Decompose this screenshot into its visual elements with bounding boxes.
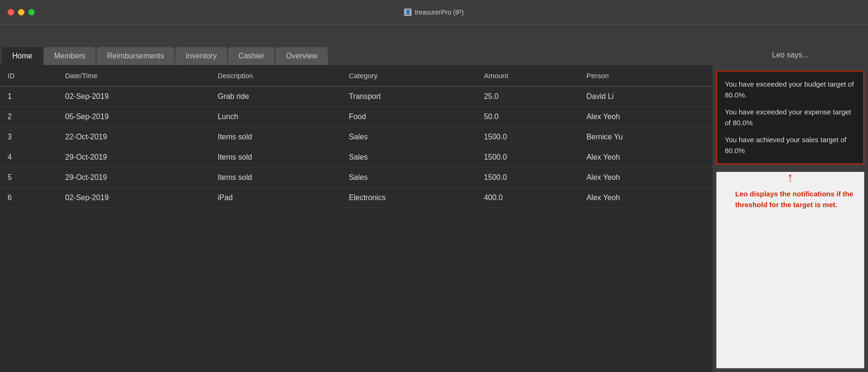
- left-panel: Home Members Reimbursements Inventory Ca…: [0, 43, 713, 372]
- cell-amount: 50.0: [476, 107, 579, 127]
- cell-datetime: 29-Oct-2019: [57, 147, 210, 168]
- cell-id: 6: [0, 188, 57, 208]
- maximize-button[interactable]: [28, 9, 35, 16]
- cell-description: iPad: [210, 188, 341, 208]
- cell-description: Items sold: [210, 127, 341, 147]
- cell-id: 4: [0, 147, 57, 168]
- annotation-text: Leo displays the notifications if the th…: [735, 189, 857, 210]
- cell-amount: 25.0: [476, 87, 579, 107]
- cell-category: Sales: [341, 168, 477, 188]
- window-controls: [8, 9, 35, 16]
- annotation-arrow-icon: ↑: [787, 171, 794, 184]
- cell-category: Transport: [341, 87, 477, 107]
- notification-2: You have exceeded your expense target of…: [725, 107, 856, 128]
- title-bar: 👤 treasurerPro (tP): [0, 0, 868, 24]
- cell-id: 2: [0, 107, 57, 127]
- table-row[interactable]: 3 22-Oct-2019 Items sold Sales 1500.0 Be…: [0, 127, 713, 147]
- tab-reimbursements[interactable]: Reimbursements: [97, 47, 174, 65]
- cell-category: Electronics: [341, 188, 477, 208]
- col-header-category: Category: [341, 65, 477, 87]
- cell-datetime: 22-Oct-2019: [57, 127, 210, 147]
- cell-person: Alex Yeoh: [579, 107, 713, 127]
- col-header-amount: Amount: [476, 65, 579, 87]
- cell-id: 5: [0, 168, 57, 188]
- cell-category: Sales: [341, 127, 477, 147]
- cell-description: Lunch: [210, 107, 341, 127]
- col-header-datetime: Date/Time: [57, 65, 210, 87]
- cell-datetime: 02-Sep-2019: [57, 188, 210, 208]
- minimize-button[interactable]: [18, 9, 24, 16]
- cell-amount: 1500.0: [476, 147, 579, 168]
- transactions-table-container: ID Date/Time Description Category Amount…: [0, 65, 713, 372]
- cell-amount: 1500.0: [476, 168, 579, 188]
- cell-person: Alex Yeoh: [579, 147, 713, 168]
- leo-annotation-box: ↑ Leo displays the notifications if the …: [716, 172, 864, 368]
- notification-1: You have exceeded your budget target of …: [725, 79, 856, 100]
- cell-amount: 400.0: [476, 188, 579, 208]
- app-title: 👤 treasurerPro (tP): [404, 8, 463, 16]
- cell-description: Grab ride: [210, 87, 341, 107]
- cell-datetime: 05-Sep-2019: [57, 107, 210, 127]
- cell-description: Items sold: [210, 168, 341, 188]
- col-header-description: Description: [210, 65, 341, 87]
- table-row[interactable]: 2 05-Sep-2019 Lunch Food 50.0 Alex Yeoh: [0, 107, 713, 127]
- table-row[interactable]: 1 02-Sep-2019 Grab ride Transport 25.0 D…: [0, 87, 713, 107]
- table-row[interactable]: 5 29-Oct-2019 Items sold Sales 1500.0 Al…: [0, 168, 713, 188]
- toolbar: [0, 24, 868, 43]
- tab-cashier[interactable]: Cashier: [228, 47, 275, 65]
- notification-3: You have achieved your sales target of 8…: [725, 135, 856, 156]
- tab-home[interactable]: Home: [2, 47, 43, 65]
- tab-inventory[interactable]: Inventory: [175, 47, 227, 65]
- leo-header: Leo says...: [713, 43, 868, 67]
- cell-datetime: 29-Oct-2019: [57, 168, 210, 188]
- table-row[interactable]: 6 02-Sep-2019 iPad Electronics 400.0 Ale…: [0, 188, 713, 208]
- tab-members[interactable]: Members: [44, 47, 96, 65]
- main-content: Home Members Reimbursements Inventory Ca…: [0, 43, 868, 372]
- cell-id: 1: [0, 87, 57, 107]
- col-header-person: Person: [579, 65, 713, 87]
- col-header-id: ID: [0, 65, 57, 87]
- cell-person: Alex Yeoh: [579, 168, 713, 188]
- tab-overview[interactable]: Overview: [276, 47, 328, 65]
- cell-person: Bernice Yu: [579, 127, 713, 147]
- table-row[interactable]: 4 29-Oct-2019 Items sold Sales 1500.0 Al…: [0, 147, 713, 168]
- cell-category: Sales: [341, 147, 477, 168]
- cell-category: Food: [341, 107, 477, 127]
- close-button[interactable]: [8, 9, 14, 16]
- cell-id: 3: [0, 127, 57, 147]
- app-icon: 👤: [404, 8, 412, 16]
- cell-person: Alex Yeoh: [579, 188, 713, 208]
- table-body: 1 02-Sep-2019 Grab ride Transport 25.0 D…: [0, 87, 713, 208]
- cell-datetime: 02-Sep-2019: [57, 87, 210, 107]
- transactions-table: ID Date/Time Description Category Amount…: [0, 65, 713, 208]
- cell-amount: 1500.0: [476, 127, 579, 147]
- table-header: ID Date/Time Description Category Amount…: [0, 65, 713, 87]
- right-panel: Leo says... You have exceeded your budge…: [713, 43, 868, 372]
- nav-tabs: Home Members Reimbursements Inventory Ca…: [0, 43, 713, 65]
- cell-description: Items sold: [210, 147, 341, 168]
- cell-person: David Li: [579, 87, 713, 107]
- leo-notifications-box: You have exceeded your budget target of …: [716, 71, 864, 164]
